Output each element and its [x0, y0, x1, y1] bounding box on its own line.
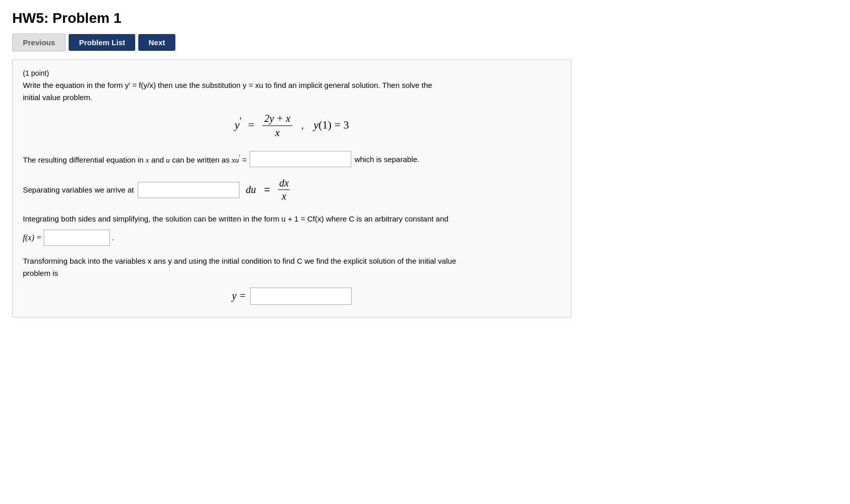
navigation-bar: Previous Problem List Next [12, 34, 838, 51]
diff-eq-input[interactable] [250, 151, 351, 167]
equation-display: y′ = 2y + x x , y(1) = 3 [23, 113, 561, 139]
sep-var-row: Separating variables we arrive at du = d… [23, 177, 561, 202]
fx-row: f(x) = . [23, 230, 561, 246]
diff-eq-row: The resulting differential equation in x… [23, 151, 561, 167]
fx-suffix: . [112, 233, 114, 242]
problem-description: Write the equation in the form y′ = f(y/… [23, 79, 561, 104]
problem-list-button[interactable]: Problem List [69, 34, 135, 51]
previous-button[interactable]: Previous [12, 34, 66, 51]
problem-container: (1 point) Write the equation in the form… [12, 59, 571, 318]
fx-input[interactable] [44, 230, 110, 246]
integrating-text: Integrating both sides and simplifying, … [23, 212, 561, 226]
y-equals-label: y = [232, 290, 246, 302]
transform-text: Transforming back into the variables x a… [23, 255, 561, 279]
problem-points: (1 point) [23, 69, 561, 77]
diff-eq-text-after: which is separable. [354, 155, 419, 164]
page-title: HW5: Problem 1 [12, 10, 838, 26]
y-answer-input[interactable] [250, 288, 352, 305]
sep-var-input[interactable] [138, 182, 239, 198]
sep-var-text-before: Separating variables we arrive at [23, 185, 134, 194]
fx-prefix: f(x) = [23, 233, 42, 242]
next-button[interactable]: Next [138, 34, 175, 51]
y-equals-row: y = [23, 288, 561, 305]
diff-eq-text-before: The resulting differential equation in x… [23, 153, 247, 165]
